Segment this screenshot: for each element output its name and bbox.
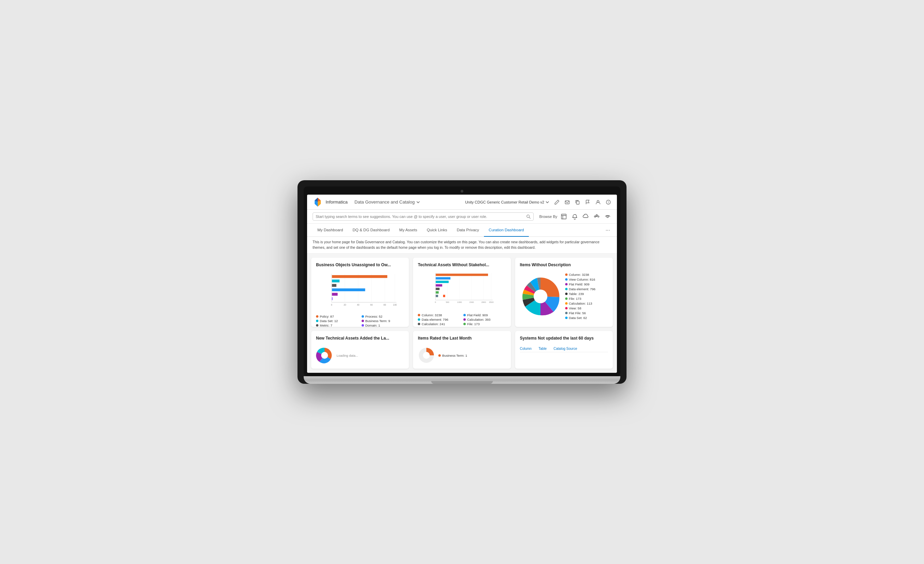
connection-browse-icon[interactable] <box>593 213 600 220</box>
dropdown-chevron-icon[interactable] <box>416 200 420 204</box>
tab-my-assets[interactable]: My Assets <box>394 224 422 237</box>
tabs-row: My Dashboard DQ & DG Dashboard My Assets… <box>307 224 617 237</box>
svg-rect-51 <box>436 288 440 290</box>
bar-chart-legend: Policy: 87 Process: 52 Data Set: 12 <box>316 315 404 327</box>
svg-text:1000: 1000 <box>457 301 462 303</box>
svg-text:0: 0 <box>331 303 333 306</box>
items-rated-content: Business Term: 1 <box>418 347 506 364</box>
help-icon[interactable]: ? <box>605 199 611 205</box>
org-selector[interactable]: Unity CDGC Generic Customer Retail Demo … <box>463 199 551 205</box>
widget-business-objects-title: Business Objects Unassigned to Ow... <box>316 262 404 267</box>
svg-point-13 <box>596 214 597 216</box>
tab-my-dashboard[interactable]: My Dashboard <box>313 224 348 237</box>
header-right: Unity CDGC Generic Customer Retail Demo … <box>463 199 611 205</box>
bar-chart-business-objects: 0 20 40 60 80 100 <box>316 271 404 312</box>
camera <box>460 190 464 193</box>
description-bar: This is your home page for Data Governan… <box>307 237 617 254</box>
legend-policy: Policy: 87 <box>316 315 359 318</box>
pie-legend-flat-field: Flat Field: 909 <box>565 282 596 286</box>
bar-chart-technical: 0 500 1000 1500 2000 2500 <box>418 271 506 312</box>
svg-point-57 <box>321 352 328 359</box>
pie-legend-data-element: Data element: 796 <box>565 287 596 291</box>
svg-rect-28 <box>332 275 388 278</box>
svg-text:2000: 2000 <box>482 301 486 303</box>
legend-dataset: Data Set: 12 <box>316 319 359 323</box>
svg-text:2500: 2500 <box>489 301 494 303</box>
informatica-logo-icon <box>313 197 323 207</box>
notifications-icon[interactable] <box>564 199 570 205</box>
edit-icon[interactable] <box>554 199 560 205</box>
search-input[interactable] <box>316 214 524 219</box>
user-icon[interactable] <box>595 199 601 205</box>
new-technical-note: Loading data... <box>336 354 358 357</box>
svg-text:0: 0 <box>435 301 436 303</box>
legend-flat-field: Flat Field: 909 <box>464 313 506 317</box>
logo-area: Informatica <box>313 197 348 207</box>
widget-new-technical: New Technical Assets Added the La... Loa… <box>311 331 409 369</box>
svg-text:100: 100 <box>393 303 397 306</box>
flag-icon[interactable] <box>585 199 591 205</box>
pie-legend-column: Column: 3238 <box>565 273 596 276</box>
svg-rect-54 <box>443 295 445 297</box>
svg-rect-10 <box>561 214 566 219</box>
legend-file-tech: File: 173 <box>464 322 506 326</box>
screen: Informatica Data Governance and Catalog … <box>307 195 617 373</box>
browse-by: Browse By <box>539 213 611 220</box>
pie-legend-calc: Calculation: 113 <box>565 302 596 305</box>
main-content: Business Objects Unassigned to Ow... <box>307 254 617 373</box>
technical-bar-legend: Column: 3238 Flat Field: 909 Data elemen… <box>418 313 506 327</box>
svg-rect-31 <box>332 288 365 291</box>
new-technical-chart <box>316 347 333 364</box>
more-tabs-button[interactable]: ··· <box>604 226 611 235</box>
table-browse-icon[interactable] <box>560 213 567 220</box>
legend-process: Process: 52 <box>362 315 404 318</box>
svg-rect-49 <box>436 280 449 283</box>
org-dropdown-icon <box>546 201 549 204</box>
header-icons: ? <box>554 199 611 205</box>
legend-foreign-key: Foreign Key: 146 <box>418 327 460 327</box>
legend-primary-key: Primary Key: 141 <box>464 327 506 327</box>
laptop-frame: Informatica Data Governance and Catalog … <box>297 180 627 384</box>
svg-rect-53 <box>436 295 438 297</box>
bar-chart-svg: 0 20 40 60 80 100 <box>316 271 404 312</box>
svg-text:?: ? <box>608 201 609 204</box>
widget-technical-assets: Technical Assets Without Stakehol... <box>413 258 511 327</box>
tab-data-privacy[interactable]: Data Privacy <box>452 224 484 237</box>
browse-icons <box>560 213 611 220</box>
svg-point-56 <box>534 290 548 303</box>
technical-bar-chart-svg: 0 500 1000 1500 2000 2500 <box>418 271 506 312</box>
legend-metric: Metric: 7 <box>316 324 359 327</box>
cloud-browse-icon[interactable] <box>582 213 590 220</box>
screen-bezel: Informatica Data Governance and Catalog … <box>304 186 620 376</box>
bell-browse-icon[interactable] <box>571 213 579 220</box>
copy-icon[interactable] <box>574 199 580 205</box>
svg-rect-47 <box>436 273 488 276</box>
svg-rect-48 <box>436 277 451 279</box>
scan-browse-icon[interactable] <box>604 213 611 220</box>
svg-rect-5 <box>576 201 579 204</box>
legend-domain: Domain: 1 <box>362 324 404 327</box>
svg-rect-50 <box>436 284 442 286</box>
app-title: Data Governance and Catalog <box>354 200 420 204</box>
svg-text:500: 500 <box>446 301 450 303</box>
pie-legend-table: Table: 239 <box>565 292 596 296</box>
svg-text:60: 60 <box>370 303 373 306</box>
pie-legend-flat-file: Flat File: 56 <box>565 311 596 315</box>
widget-items-rated: Items Rated the Last Month <box>413 331 511 369</box>
tab-dq-dg[interactable]: DQ & DG Dashboard <box>348 224 394 237</box>
svg-rect-52 <box>436 291 439 294</box>
header: Informatica Data Governance and Catalog … <box>307 195 617 210</box>
items-rated-chart <box>418 347 435 364</box>
tab-curation-dashboard[interactable]: Curation Dashboard <box>484 224 529 237</box>
systems-table: Column Table Catalog Source <box>520 347 608 352</box>
svg-rect-33 <box>332 297 333 300</box>
logo-text: Informatica <box>326 200 348 204</box>
widget-business-objects: Business Objects Unassigned to Ow... <box>311 258 409 327</box>
pie-legend-view: View: 58 <box>565 306 596 310</box>
svg-rect-29 <box>332 279 340 282</box>
pie-legend: Column: 3238 View Column: 816 Flat Field… <box>565 273 596 320</box>
pie-chart-svg <box>520 276 561 317</box>
widget-new-technical-title: New Technical Assets Added the La... <box>316 336 404 340</box>
tab-quick-links[interactable]: Quick Links <box>422 224 452 237</box>
widget-technical-assets-title: Technical Assets Without Stakehol... <box>418 262 506 267</box>
